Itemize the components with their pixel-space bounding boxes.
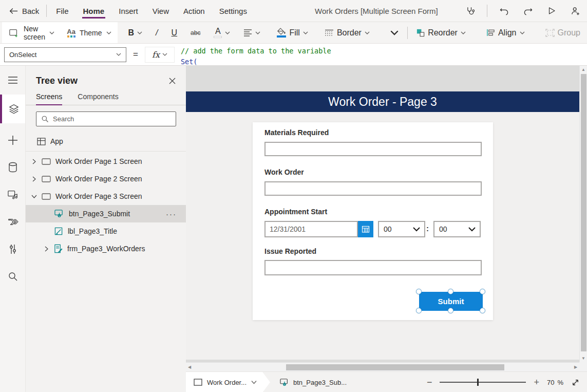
hour-value: 00 xyxy=(384,225,392,233)
selection-handle-top-right[interactable] xyxy=(480,289,485,294)
rail-insert[interactable] xyxy=(0,130,25,151)
scroll-down-arrow-icon[interactable]: ▼ xyxy=(580,356,587,361)
group-button[interactable]: Group xyxy=(539,22,587,44)
zoom-slider[interactable] xyxy=(440,382,526,383)
canvas-area: Work Order - Page 3 Materials Required W… xyxy=(186,66,587,392)
menu-file[interactable]: File xyxy=(49,0,75,22)
menu-home[interactable]: Home xyxy=(76,0,112,22)
tree-item-screen-1[interactable]: Work Order Page 1 Screen xyxy=(26,153,186,170)
chevron-down-icon xyxy=(255,31,260,35)
italic-button[interactable]: / xyxy=(149,22,164,44)
menu-insert[interactable]: Insert xyxy=(111,0,145,22)
chevron-right-icon[interactable] xyxy=(43,246,49,252)
chevron-right-icon[interactable] xyxy=(31,159,37,164)
selection-handle-top-left[interactable] xyxy=(416,289,422,294)
selected-control-breadcrumb[interactable]: btn_Page3_Sub... xyxy=(280,372,347,392)
work-order-form-card: Materials Required Work Order Appointmen… xyxy=(253,122,493,320)
property-dropdown-value: OnSelect xyxy=(9,51,36,59)
selection-handle-bottom-center[interactable] xyxy=(448,308,453,313)
scroll-up-arrow-icon[interactable]: ▲ xyxy=(580,67,587,72)
share-person-icon[interactable] xyxy=(569,4,582,17)
strikethrough-button[interactable]: abc xyxy=(184,22,207,44)
materials-required-input[interactable] xyxy=(264,142,482,156)
tree-item-lbl-title[interactable]: lbl_Page3_Title xyxy=(26,222,186,240)
app-checker-icon[interactable] xyxy=(463,4,477,17)
tree-item-screen-3[interactable]: Work Order Page 3 Screen xyxy=(26,188,186,205)
tree-item-screen-2[interactable]: Work Order Page 2 Screen xyxy=(26,170,186,188)
border-button[interactable]: Border xyxy=(318,22,376,44)
tree-item-btn-submit[interactable]: btn_Page3_Submit ··· xyxy=(26,205,186,222)
font-color-button[interactable]: A xyxy=(207,22,237,44)
vertical-scroll-thumb[interactable] xyxy=(581,74,586,351)
app-title: Work Orders [Multiple Screen Form] xyxy=(315,0,438,22)
status-bar: Work Order... btn_Page3_Sub... − + 70 % xyxy=(186,371,587,392)
tab-components[interactable]: Components xyxy=(78,92,118,105)
rail-hamburger-menu[interactable] xyxy=(0,70,25,90)
chevron-down-icon xyxy=(520,31,525,35)
underline-button[interactable]: U xyxy=(165,22,184,44)
font-color-swatch xyxy=(214,36,222,38)
rail-tree-view[interactable] xyxy=(0,95,25,123)
back-button[interactable]: Back xyxy=(0,0,46,22)
fill-button[interactable]: Fill xyxy=(270,22,314,44)
horizontal-scrollbar[interactable]: ◀ ▶ xyxy=(186,362,579,371)
minute-dropdown[interactable]: 00 xyxy=(433,221,481,237)
tab-screens[interactable]: Screens xyxy=(36,92,62,105)
zoom-out-button[interactable]: − xyxy=(427,378,432,387)
work-order-input[interactable] xyxy=(264,181,482,196)
hour-dropdown[interactable]: 00 xyxy=(378,221,425,237)
undo-icon[interactable] xyxy=(498,4,511,17)
fx-button[interactable]: fx xyxy=(145,47,175,63)
tree-item-screen-3-label: Work Order Page 3 Screen xyxy=(55,192,142,200)
text-align-icon xyxy=(243,29,252,36)
align-label: Align xyxy=(498,28,517,38)
align-button[interactable]: Align xyxy=(480,22,532,44)
preview-play-icon[interactable] xyxy=(545,4,558,17)
appointment-date-input[interactable]: 12/31/2001 xyxy=(264,221,358,237)
reorder-button[interactable]: Reorder xyxy=(409,22,472,44)
group-label: Group xyxy=(558,28,580,38)
zoom-slider-handle[interactable] xyxy=(477,379,479,386)
issue-reported-input[interactable] xyxy=(264,260,482,275)
row-ellipsis-menu[interactable]: ··· xyxy=(166,210,177,218)
search-input[interactable] xyxy=(53,115,171,123)
selection-handle-top-center[interactable] xyxy=(448,289,453,294)
theme-button[interactable]: Aa Theme xyxy=(61,22,117,44)
menu-action[interactable]: Action xyxy=(176,0,212,22)
new-screen-button[interactable]: New screen xyxy=(2,22,61,44)
rail-search[interactable] xyxy=(0,266,25,287)
calendar-button[interactable] xyxy=(358,221,373,237)
left-rail xyxy=(0,66,26,392)
selection-handle-bottom-right[interactable] xyxy=(480,308,485,313)
zoom-in-button[interactable]: + xyxy=(534,378,539,387)
close-icon[interactable] xyxy=(166,75,178,86)
tree-item-frm-workorders[interactable]: frm_Page3_WorkOrders xyxy=(26,240,186,257)
time-separator: : xyxy=(426,224,429,233)
property-dropdown[interactable]: OnSelect xyxy=(4,47,126,62)
chevron-right-icon[interactable] xyxy=(31,176,37,182)
rail-advanced-tools[interactable] xyxy=(0,239,25,259)
scroll-left-arrow-icon[interactable]: ◀ xyxy=(187,365,192,369)
screen-title-label[interactable]: Work Order - Page 3 xyxy=(186,91,579,112)
scroll-right-arrow-icon[interactable]: ▶ xyxy=(573,365,578,369)
redo-icon[interactable] xyxy=(521,4,535,17)
rail-data[interactable] xyxy=(0,157,25,178)
rail-power-automate[interactable] xyxy=(0,212,25,232)
vertical-scrollbar[interactable]: ▲ ▼ xyxy=(579,66,587,362)
rail-media[interactable] xyxy=(0,184,25,205)
menu-view[interactable]: View xyxy=(145,0,176,22)
menu-settings[interactable]: Settings xyxy=(212,0,254,22)
tree-item-app[interactable]: App xyxy=(26,133,186,150)
chevron-down-icon[interactable] xyxy=(31,195,37,198)
formula-code-editor[interactable]: // add the form data to the variable Set… xyxy=(181,43,587,66)
toolbar-overflow-button[interactable] xyxy=(384,22,405,44)
fit-to-window-icon[interactable] xyxy=(571,378,580,387)
chevron-down-icon xyxy=(162,52,167,57)
text-align-button[interactable] xyxy=(237,22,267,44)
horizontal-scroll-thumb[interactable] xyxy=(286,364,504,370)
bold-button[interactable]: B xyxy=(122,22,149,44)
chevron-down-icon xyxy=(106,31,111,35)
screen-selector[interactable]: Work Order... xyxy=(186,372,270,392)
selection-handle-bottom-left[interactable] xyxy=(416,308,422,313)
border-icon xyxy=(325,29,334,36)
